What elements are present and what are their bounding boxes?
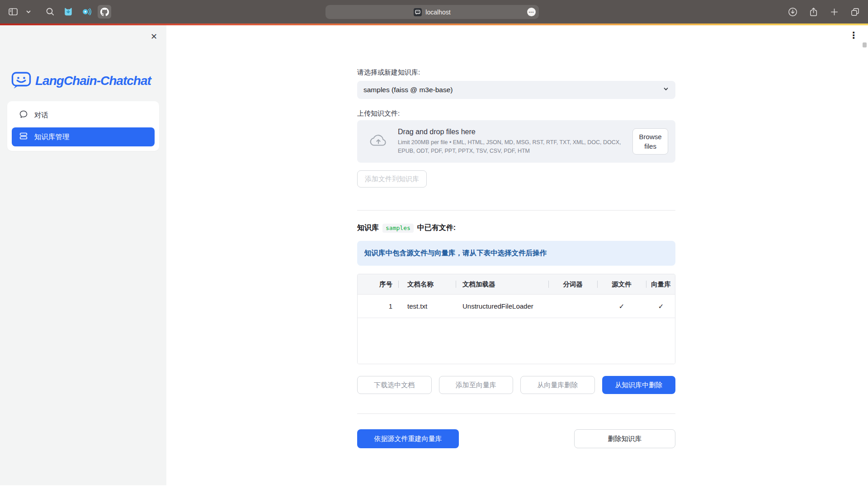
kb-selectbox[interactable]: samples (faiss @ m3e-base): [357, 81, 675, 99]
search-icon[interactable]: [43, 5, 57, 19]
sidebar-item-dialogue[interactable]: 对话: [12, 106, 155, 125]
file-uploader-dropzone[interactable]: Drag and drop files here Limit 200MB per…: [357, 120, 675, 163]
new-tab-icon[interactable]: [827, 5, 841, 19]
address-bar[interactable]: localhost •••: [326, 5, 539, 19]
extension-rings-icon[interactable]: [80, 5, 93, 19]
delete-kb-button[interactable]: 删除知识库: [574, 429, 675, 448]
close-sidebar-icon[interactable]: ✕: [151, 33, 157, 41]
app-menu-icon[interactable]: ⋮: [849, 31, 858, 40]
col-header-docname[interactable]: 文档名称: [398, 274, 456, 294]
app-logo: LangChain-Chatchat: [11, 70, 166, 91]
delete-from-kb-button[interactable]: 从知识库中删除: [602, 376, 676, 394]
sidebar-item-knowledge-base[interactable]: 知识库管理: [12, 127, 155, 146]
heading-prefix: 知识库: [357, 223, 379, 233]
chevron-down-icon[interactable]: [24, 5, 33, 19]
kb-files-table: 序号 文档名称 文档加载器 分词器 源文件 向量库 1 test.txt Uns…: [357, 274, 675, 364]
cell-docname: test.txt: [398, 295, 456, 318]
col-header-splitter[interactable]: 分词器: [548, 274, 597, 294]
tab-overview-icon[interactable]: [848, 5, 862, 19]
add-files-to-kb-button[interactable]: 添加文件到知识库: [357, 170, 427, 188]
database-stack-icon: [19, 131, 28, 142]
downloads-icon[interactable]: [786, 5, 799, 19]
sidebar-item-label: 对话: [34, 111, 48, 120]
select-chevron-icon: [663, 86, 669, 94]
github-extension-icon[interactable]: [98, 5, 111, 19]
cloud-upload-icon: [369, 134, 388, 149]
info-banner: 知识库中包含源文件与向量库，请从下表中选择文件后操作: [357, 241, 675, 266]
logo-chat-icon: [11, 70, 32, 91]
browser-toolbar: localhost •••: [0, 0, 868, 23]
table-header-row: 序号 文档名称 文档加载器 分词器 源文件 向量库: [358, 274, 675, 294]
add-to-vectorstore-button[interactable]: 添加至向量库: [439, 376, 514, 394]
cell-loader: UnstructuredFileLoader: [456, 295, 548, 318]
screen: localhost •••: [0, 0, 868, 488]
sidebar-toggle-icon[interactable]: [6, 5, 20, 19]
table-row[interactable]: 1 test.txt UnstructuredFileLoader ✓ ✓: [358, 294, 675, 318]
dropzone-limits: Limit 200MB per file • EML, HTML, JSON, …: [398, 138, 632, 155]
col-header-sourcefile[interactable]: 源文件: [597, 274, 646, 294]
rebuild-vectorstore-button[interactable]: 依据源文件重建向量库: [357, 429, 459, 448]
site-favicon: [414, 8, 422, 16]
kb-selected-value: samples (faiss @ m3e-base): [363, 86, 453, 94]
heading-suffix: 中已有文件:: [417, 223, 456, 233]
scrollbar-thumb[interactable]: [863, 42, 867, 47]
cell-index: 1: [358, 295, 398, 318]
divider: [357, 210, 675, 211]
sidebar: ✕ LangChain-Chatchat: [0, 25, 166, 485]
page-options-button[interactable]: •••: [527, 8, 536, 16]
cell-splitter: [548, 295, 597, 318]
kb-name-code: samples: [382, 224, 414, 233]
table-empty-area: [358, 318, 675, 364]
share-icon[interactable]: [807, 5, 820, 19]
download-selected-button[interactable]: 下载选中文档: [357, 376, 432, 394]
col-header-loader[interactable]: 文档加载器: [456, 274, 548, 294]
divider: [357, 413, 675, 414]
sidebar-menu: 对话 知识库管理: [7, 101, 159, 151]
kb-select-label: 请选择或新建知识库:: [357, 68, 675, 77]
logo-text: LangChain-Chatchat: [35, 74, 151, 88]
delete-from-vectorstore-button[interactable]: 从向量库删除: [520, 376, 595, 394]
sidebar-item-label: 知识库管理: [34, 132, 70, 142]
chat-bubble-icon: [19, 110, 28, 121]
url-text: localhost: [425, 9, 450, 16]
dropzone-title: Drag and drop files here: [398, 128, 632, 136]
col-header-index[interactable]: 序号: [358, 274, 398, 294]
extension-downloader-icon[interactable]: [61, 5, 75, 19]
col-header-vectorstore[interactable]: 向量库: [646, 274, 675, 294]
upload-label: 上传知识文件:: [357, 109, 675, 118]
kb-files-heading: 知识库 samples 中已有文件:: [357, 223, 675, 233]
cell-sourcefile-check: ✓: [597, 295, 646, 318]
main-area: ⋮ 请选择或新建知识库: samples (faiss @ m3e-base) …: [166, 25, 868, 488]
browse-files-button[interactable]: Browse files: [632, 128, 668, 155]
cell-vectorstore-check: ✓: [646, 295, 675, 318]
